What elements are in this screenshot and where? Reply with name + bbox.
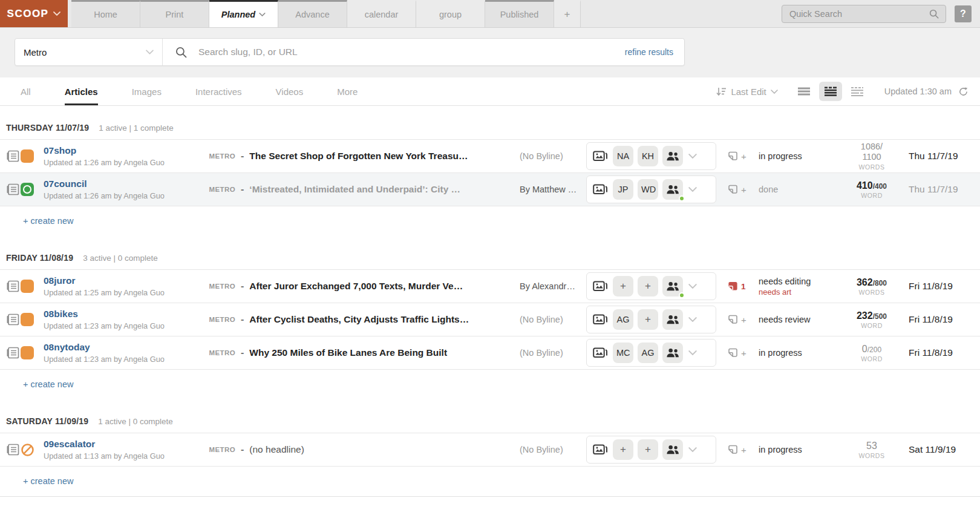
tab-all[interactable]: All (21, 77, 31, 105)
tab-group[interactable]: group (416, 0, 485, 27)
note-add-icon[interactable] (727, 151, 739, 162)
article-row[interactable]: 07council Updated at 1:26 am by Angela G… (0, 172, 980, 206)
headline-text[interactable]: (no headline) (249, 444, 520, 455)
article-slug-link[interactable]: 07shop (44, 145, 202, 156)
chevron-down-icon[interactable] (688, 154, 697, 159)
tab-calendar[interactable]: calendar (347, 0, 416, 27)
sort-dropdown[interactable]: Last Edit (716, 87, 777, 97)
view-expanded-button[interactable] (846, 82, 869, 101)
assignee-button[interactable]: WD (638, 179, 658, 200)
create-new-link[interactable]: + create new (0, 467, 980, 496)
photos-icon[interactable] (592, 442, 609, 457)
note-add-icon[interactable] (727, 347, 739, 359)
quick-search-input[interactable] (788, 8, 929, 19)
note-add-icon[interactable] (727, 184, 739, 195)
headline-text[interactable]: ‘Mistreated, Intimidated and Underpaid’:… (249, 184, 520, 195)
main-search-input[interactable] (197, 46, 625, 58)
add-assignee-button[interactable]: + (613, 276, 633, 297)
tab-videos[interactable]: Videos (276, 77, 304, 105)
scope-dropdown[interactable]: Metro (15, 39, 163, 65)
article-row[interactable]: 09escalator Updated at 1:13 am by Angela… (0, 433, 980, 466)
chevron-down-icon[interactable] (688, 187, 697, 192)
headline-text[interactable]: After Cyclist Deaths, City Adjusts Traff… (249, 314, 520, 325)
chevron-down-icon[interactable] (688, 447, 697, 452)
article-slug-link[interactable]: 07council (44, 179, 202, 189)
article-slug-link[interactable]: 08nytoday (44, 342, 202, 353)
tab-published[interactable]: Published (485, 0, 554, 27)
help-button[interactable]: ? (955, 5, 972, 22)
search-icon[interactable] (929, 8, 939, 19)
article-row[interactable]: 08bikes Updated at 1:23 am by Angela Guo… (0, 303, 980, 336)
add-note-plus[interactable]: + (741, 348, 746, 358)
status-active-icon (21, 280, 34, 293)
article-row[interactable]: 07shop Updated at 1:26 am by Angela Guo … (0, 139, 980, 172)
people-button[interactable] (662, 179, 683, 200)
assignee-button[interactable]: AG (613, 309, 633, 330)
day-meta: 1 active | 1 complete (99, 123, 174, 133)
chevron-down-icon[interactable] (259, 13, 266, 16)
tab-more[interactable]: More (337, 77, 358, 105)
quick-search-box[interactable] (782, 5, 946, 23)
assignee-button[interactable]: JP (613, 179, 633, 200)
chevron-down-icon[interactable] (688, 317, 697, 322)
add-assignee-button[interactable]: + (638, 309, 658, 330)
tab-planned[interactable]: Planned (209, 0, 278, 27)
desk-kicker: METRO (202, 316, 235, 323)
add-note-plus[interactable]: + (741, 315, 746, 325)
chevron-down-icon[interactable] (688, 284, 697, 289)
photos-icon[interactable] (592, 345, 609, 361)
note-add-icon[interactable] (727, 314, 739, 326)
note-add-icon[interactable] (727, 444, 739, 456)
tab-interactives[interactable]: Interactives (195, 77, 242, 105)
day-section-friday: FRIDAY 11/08/19 3 active | 0 complete 08… (0, 246, 980, 399)
photos-icon[interactable] (592, 312, 609, 327)
photos-icon[interactable] (592, 182, 609, 197)
add-tab-button[interactable]: + (554, 0, 581, 27)
create-new-link[interactable]: + create new (0, 206, 980, 236)
people-button[interactable] (662, 309, 683, 330)
assignee-button[interactable]: KH (638, 146, 658, 166)
add-assignee-button[interactable]: + (638, 276, 658, 297)
people-icon (666, 151, 679, 161)
refresh-button[interactable] (958, 86, 969, 97)
view-compact-button[interactable] (819, 82, 842, 101)
article-type-icon (0, 444, 21, 456)
assignee-button[interactable]: MC (613, 343, 633, 363)
assignee-button[interactable]: NA (613, 146, 633, 166)
scoop-logo[interactable]: SCOOP (0, 0, 68, 27)
create-new-link[interactable]: + create new (0, 370, 980, 399)
tab-print[interactable]: Print (140, 0, 209, 27)
add-assignee-button[interactable]: + (613, 439, 633, 460)
people-button[interactable] (662, 343, 683, 363)
headline-text[interactable]: The Secret Shop of Forgotten New York Tr… (249, 151, 520, 162)
headline-text[interactable]: Why 250 Miles of Bike Lanes Are Being Bu… (249, 347, 520, 358)
article-slug-link[interactable]: 09escalator (44, 439, 202, 450)
chevron-down-icon[interactable] (688, 350, 697, 355)
photos-icon[interactable] (592, 278, 609, 294)
tab-images[interactable]: Images (132, 77, 162, 105)
chevron-down-icon[interactable] (53, 11, 60, 16)
chevron-down-icon[interactable] (146, 50, 154, 54)
note-flag-icon[interactable] (727, 281, 739, 292)
refine-results-link[interactable]: refine results (625, 47, 684, 57)
tab-home[interactable]: Home (71, 0, 140, 27)
day-section-header: SATURDAY 11/09/19 1 active | 0 complete (0, 410, 980, 433)
headline-text[interactable]: After Juror Exchanged 7,000 Texts, Murde… (249, 281, 520, 292)
tab-advance[interactable]: Advance (278, 0, 347, 27)
add-note-plus[interactable]: + (741, 151, 746, 162)
view-comfortable-button[interactable] (792, 82, 815, 101)
article-slug-link[interactable]: 08bikes (44, 309, 202, 320)
add-assignee-button[interactable]: + (638, 439, 658, 460)
article-row[interactable]: 08nytoday Updated at 1:23 am by Angela G… (0, 336, 980, 369)
workflow-status: needs review (759, 315, 844, 324)
photos-icon[interactable] (592, 148, 609, 164)
assignee-button[interactable]: AG (638, 343, 658, 363)
people-button[interactable] (662, 439, 683, 460)
article-slug-link[interactable]: 08juror (44, 275, 202, 286)
people-button[interactable] (662, 276, 683, 297)
article-row[interactable]: 08juror Updated at 1:25 am by Angela Guo… (0, 269, 980, 303)
people-button[interactable] (662, 146, 683, 166)
tab-articles[interactable]: Articles (65, 77, 98, 105)
add-note-plus[interactable]: + (741, 445, 746, 455)
add-note-plus[interactable]: + (741, 185, 746, 195)
